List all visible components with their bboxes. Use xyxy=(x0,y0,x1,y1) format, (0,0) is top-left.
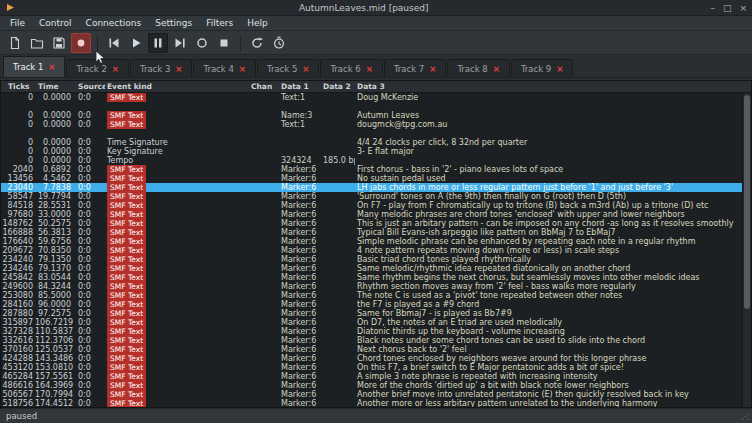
table-row[interactable]: 8451828.55310:0SMF TextMarker:6On F7 - p… xyxy=(1,201,742,210)
table-row[interactable]: 00.00000:0SMF TextText:1Doug McKenzie xyxy=(1,93,742,102)
skip-backward-button[interactable] xyxy=(104,33,124,53)
tab-close-icon[interactable]: × xyxy=(556,65,563,73)
table-row[interactable]: 24960084.32440:0SMF TextMarker:6Rhythm s… xyxy=(1,282,742,291)
tab-track-1[interactable]: Track 1× xyxy=(3,56,65,77)
column-header-data1[interactable]: Data 1 xyxy=(279,81,321,92)
cell-kind xyxy=(105,129,251,138)
table-row[interactable]: 465284157.55610:0SMF TextMarker:6A simpl… xyxy=(1,372,742,381)
table-row[interactable]: 23424679.13700:0SMF TextMarker:6Same mel… xyxy=(1,264,742,273)
menu-item-filters[interactable]: Filters xyxy=(199,18,240,28)
event-kind-chip: SMF Text xyxy=(107,246,146,255)
table-row[interactable]: 20400.68920:0SMF TextMarker:6First choru… xyxy=(1,165,742,174)
table-row[interactable]: 453120153.08100:0SMF TextMarker:6On this… xyxy=(1,363,742,372)
tab-close-icon[interactable]: × xyxy=(493,65,500,73)
table-row[interactable]: 9768033.00000:0SMF TextMarker:6Many melo… xyxy=(1,210,742,219)
cell-data2 xyxy=(321,264,355,273)
table-row[interactable]: 23424079.13500:0SMF TextMarker:6Basic tr… xyxy=(1,255,742,264)
table-row[interactable]: 00.00000:0Time Signature4/4 24 clocks pe… xyxy=(1,138,742,147)
tab-track-4[interactable]: Track 4× xyxy=(193,59,255,77)
play-button[interactable] xyxy=(126,33,146,53)
table-row[interactable]: 315897106.72190:0SMF TextMarker:6On D7, … xyxy=(1,318,742,327)
tab-track-8[interactable]: Track 8× xyxy=(447,59,509,77)
tab-close-icon[interactable]: × xyxy=(175,65,182,73)
table-row[interactable]: 00.00000:0SMF TextText:1dougmck@tpg.com.… xyxy=(1,120,742,129)
table-row[interactable]: 17664059.67560:0SMF TextMarker:6Simple m… xyxy=(1,237,742,246)
menu-item-file[interactable]: File xyxy=(3,18,32,28)
loop-button[interactable] xyxy=(247,33,267,53)
column-header-source[interactable]: Source xyxy=(75,81,105,92)
tab-track-7[interactable]: Track 7× xyxy=(384,59,446,77)
new-file-button[interactable] xyxy=(5,33,25,53)
cell-ticks: 370160 xyxy=(1,345,35,354)
cell-time: 7.7838 xyxy=(35,183,75,192)
cell-source: 0:0 xyxy=(75,309,105,318)
table-row[interactable] xyxy=(1,129,742,138)
menu-item-settings[interactable]: Settings xyxy=(148,18,199,28)
tab-track-9[interactable]: Track 9× xyxy=(511,59,573,77)
table-row[interactable]: 00.00000:0Key Signature3- E flat major xyxy=(1,147,742,156)
tab-close-icon[interactable]: × xyxy=(48,63,55,71)
tab-track-6[interactable]: Track 6× xyxy=(320,59,382,77)
tab-track-2[interactable]: Track 2× xyxy=(66,59,128,77)
event-kind-chip: SMF Text xyxy=(107,363,146,372)
pause-icon xyxy=(151,36,165,50)
column-header-data3[interactable]: Data 3 xyxy=(355,81,751,92)
cell-data1 xyxy=(279,129,321,138)
column-header-event-kind[interactable]: Event kind xyxy=(105,81,251,92)
save-file-button[interactable] xyxy=(49,33,69,53)
table-row[interactable]: 506567170.79940:0SMF TextMarker:6Another… xyxy=(1,390,742,399)
table-row[interactable] xyxy=(1,102,742,111)
maximize-button[interactable]: □ xyxy=(723,1,732,15)
table-row[interactable]: 424288143.34860:0SMF TextMarker:6Chord t… xyxy=(1,354,742,363)
table-row[interactable]: 370160125.05370:0SMF TextMarker:6Next ch… xyxy=(1,345,742,354)
close-button[interactable]: × xyxy=(739,1,747,15)
menu-item-help[interactable]: Help xyxy=(240,18,275,28)
table-row[interactable]: 20967270.83500:0SMF TextMarker:64 note p… xyxy=(1,246,742,255)
table-row[interactable]: 25308085.50000:0SMF TextMarker:6The note… xyxy=(1,291,742,300)
open-file-button[interactable] xyxy=(27,33,47,53)
menu-item-control[interactable]: Control xyxy=(32,18,79,28)
table-row[interactable]: 16688856.38130:0SMF TextMarker:6Typical … xyxy=(1,228,742,237)
scrollbar-thumb[interactable] xyxy=(744,95,750,309)
tab-close-icon[interactable]: × xyxy=(366,65,373,73)
record-button[interactable] xyxy=(192,33,212,53)
table-row[interactable]: 230407.78380:0SMF TextMarker:6LH jabs ch… xyxy=(1,183,742,192)
column-header-chan[interactable]: Chan xyxy=(251,81,279,92)
table-row[interactable]: 486616164.39690:0SMF TextMarker:6More of… xyxy=(1,381,742,390)
cell-chan xyxy=(251,291,279,300)
record-arm-button[interactable] xyxy=(71,33,91,53)
table-row[interactable]: 28416096.00000:0SMF TextMarker:6the F7 i… xyxy=(1,300,742,309)
table-row[interactable]: 14876250.25750:0SMF TextMarker:6This is … xyxy=(1,219,742,228)
table-row[interactable]: 327328110.58370:0SMF TextMarker:6Diatoni… xyxy=(1,327,742,336)
column-header-ticks[interactable]: Ticks xyxy=(1,81,35,92)
table-row[interactable]: 5854719.77940:0SMF TextMarker:6'Surround… xyxy=(1,192,742,201)
pause-button[interactable] xyxy=(148,33,168,53)
timer-button[interactable] xyxy=(269,33,289,53)
table-row[interactable]: 00.00000:0Tempo324324185.0 bpm xyxy=(1,156,742,165)
skip-forward-button[interactable] xyxy=(170,33,190,53)
column-header-time[interactable]: Time xyxy=(35,81,75,92)
table-row[interactable]: 332616112.37060:0SMF TextMarker:6Black n… xyxy=(1,336,742,345)
column-header-data2[interactable]: Data 2 xyxy=(321,81,355,92)
tab-close-icon[interactable]: × xyxy=(112,65,119,73)
event-table-body: 00.00000:0SMF TextText:1Doug McKenzie00.… xyxy=(1,93,751,407)
table-row[interactable]: 134564.54620:0SMF TextMarker:6No sustain… xyxy=(1,174,742,183)
tab-track-5[interactable]: Track 5× xyxy=(257,59,319,77)
resize-grip[interactable] xyxy=(738,409,752,423)
tab-close-icon[interactable]: × xyxy=(239,65,246,73)
table-row[interactable]: 24584283.05440:0SMF TextMarker:6Same rhy… xyxy=(1,273,742,282)
vertical-scrollbar[interactable] xyxy=(742,93,751,407)
tab-track-3[interactable]: Track 3× xyxy=(130,59,192,77)
table-row[interactable]: 00.00000:0SMF TextName:3Autumn Leaves xyxy=(1,111,742,120)
menu-item-connections[interactable]: Connections xyxy=(79,18,149,28)
cell-chan xyxy=(251,192,279,201)
cell-data1: Marker:6 xyxy=(279,318,321,327)
tab-close-icon[interactable]: × xyxy=(429,65,436,73)
tab-close-icon[interactable]: × xyxy=(302,65,309,73)
table-row[interactable]: 28788097.25750:0SMF TextMarker:6Same for… xyxy=(1,309,742,318)
minimize-button[interactable]: – xyxy=(710,1,715,15)
cell-kind: SMF Text xyxy=(105,201,251,210)
skip-forward-icon xyxy=(173,36,187,50)
table-row[interactable]: 518756174.45120:0SMF TextMarker:6Another… xyxy=(1,399,742,407)
stop-button[interactable] xyxy=(214,33,234,53)
